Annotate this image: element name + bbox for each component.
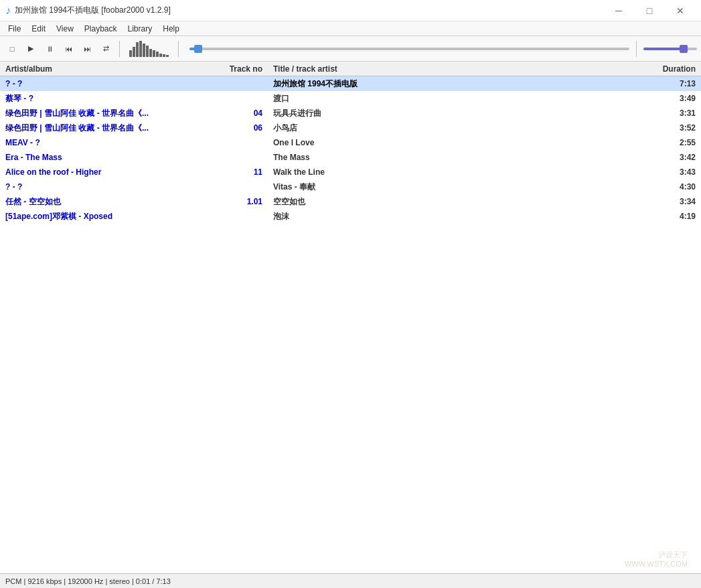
table-row[interactable]: ? - ?加州旅馆 1994不插电版7:13 bbox=[0, 76, 701, 91]
seekbar[interactable] bbox=[189, 48, 629, 50]
cell-title: 空空如也 bbox=[268, 196, 647, 208]
cell-trackno: 1.01 bbox=[214, 197, 268, 206]
spectrum-bar bbox=[149, 49, 152, 57]
cell-duration: 3:31 bbox=[647, 108, 701, 118]
playlist-container: Artist/album Track no Title / track arti… bbox=[0, 62, 701, 573]
table-row[interactable]: 绿色田野 | 雪山阿佳 收藏 - 世界名曲《...06小鸟店3:52 bbox=[0, 121, 701, 135]
app-icon: ♪ bbox=[5, 5, 11, 17]
cell-title: 玩具兵进行曲 bbox=[268, 108, 647, 119]
volume-slider[interactable] bbox=[643, 48, 697, 50]
spectrum-bar bbox=[156, 52, 159, 56]
cell-trackno: 11 bbox=[214, 167, 268, 177]
cell-title: One I Love bbox=[268, 138, 647, 147]
table-row[interactable]: MEAV - ?One I Love2:55 bbox=[0, 135, 701, 150]
title-bar: ♪ 加州旅馆 1994不插电版 [foobar2000 v1.2.9] ─ □ … bbox=[0, 0, 701, 21]
cell-duration: 2:55 bbox=[647, 138, 701, 147]
spectrum-bar bbox=[166, 55, 169, 56]
spectrum-display bbox=[129, 41, 169, 57]
menu-view[interactable]: View bbox=[51, 23, 79, 35]
cell-artist: 任然 - 空空如也 bbox=[0, 196, 214, 208]
spectrum-bar bbox=[163, 54, 165, 57]
table-row[interactable]: ? - ?Vitas - 奉献4:30 bbox=[0, 179, 701, 194]
col-header-trackno[interactable]: Track no bbox=[214, 64, 268, 74]
next-button[interactable]: ⏭ bbox=[79, 41, 95, 57]
stop-button[interactable]: □ bbox=[4, 41, 20, 57]
cell-artist: ? - ? bbox=[0, 79, 214, 88]
cell-artist: ? - ? bbox=[0, 182, 214, 192]
menu-file[interactable]: File bbox=[3, 23, 26, 35]
toolbar-sep-1 bbox=[119, 41, 120, 57]
toolbar: □ ▶ ⏸ ⏮ ⏭ ⇄ bbox=[0, 36, 701, 62]
col-header-artist[interactable]: Artist/album bbox=[0, 64, 214, 74]
play-button[interactable]: ▶ bbox=[23, 41, 39, 57]
cell-duration: 4:30 bbox=[647, 182, 701, 192]
table-row[interactable]: 绿色田野 | 雪山阿佳 收藏 - 世界名曲《...04玩具兵进行曲3:31 bbox=[0, 106, 701, 121]
menu-bar: File Edit View Playback Library Help bbox=[0, 21, 701, 36]
spectrum-bar bbox=[136, 42, 139, 57]
spectrum-bar bbox=[133, 47, 135, 56]
table-row[interactable]: [51ape.com]邓紫棋 - Xposed泡沫4:19 bbox=[0, 209, 701, 224]
cell-title: Walk the Line bbox=[268, 167, 647, 177]
col-header-duration[interactable]: Duration bbox=[647, 64, 701, 74]
menu-playback[interactable]: Playback bbox=[79, 23, 123, 35]
spectrum-bar bbox=[159, 54, 162, 57]
status-bar: PCM | 9216 kbps | 192000 Hz | stereo | 0… bbox=[0, 573, 701, 588]
cell-artist: 蔡琴 - ? bbox=[0, 93, 214, 104]
pause-button[interactable]: ⏸ bbox=[42, 41, 58, 57]
cell-duration: 4:19 bbox=[647, 212, 701, 221]
cell-title: 加州旅馆 1994不插电版 bbox=[268, 78, 647, 90]
vol-fill bbox=[643, 48, 684, 50]
spectrum-bar bbox=[153, 50, 155, 57]
cell-title: 小鸟店 bbox=[268, 123, 647, 134]
cell-duration: 3:43 bbox=[647, 167, 701, 177]
cell-trackno: 06 bbox=[214, 123, 268, 133]
cell-duration: 7:13 bbox=[647, 79, 701, 88]
prev-button[interactable]: ⏮ bbox=[60, 41, 76, 57]
cell-title: 渡口 bbox=[268, 93, 647, 104]
cell-trackno: 04 bbox=[214, 108, 268, 118]
cell-duration: 3:52 bbox=[647, 123, 701, 133]
minimize-button[interactable]: ─ bbox=[603, 0, 634, 21]
menu-edit[interactable]: Edit bbox=[26, 23, 51, 35]
cell-artist: [51ape.com]邓紫棋 - Xposed bbox=[0, 211, 214, 222]
cell-artist: 绿色田野 | 雪山阿佳 收藏 - 世界名曲《... bbox=[0, 123, 214, 134]
table-row[interactable]: Alice on the roof - Higher11Walk the Lin… bbox=[0, 165, 701, 179]
table-row[interactable]: 蔡琴 - ?渡口3:49 bbox=[0, 91, 701, 106]
spectrum-bar bbox=[139, 41, 142, 57]
playlist: ? - ?加州旅馆 1994不插电版7:13蔡琴 - ?渡口3:49绿色田野 |… bbox=[0, 76, 701, 573]
random-button[interactable]: ⇄ bbox=[98, 41, 114, 57]
cell-artist: Era - The Mass bbox=[0, 153, 214, 162]
spectrum-bar bbox=[143, 44, 145, 56]
close-button[interactable]: ✕ bbox=[665, 0, 696, 21]
cell-duration: 3:42 bbox=[647, 153, 701, 162]
window-title: 加州旅馆 1994不插电版 [foobar2000 v1.2.9] bbox=[15, 5, 171, 16]
table-row[interactable]: Era - The MassThe Mass3:42 bbox=[0, 150, 701, 165]
table-row[interactable]: 任然 - 空空如也1.01空空如也3:34 bbox=[0, 194, 701, 209]
toolbar-sep-3 bbox=[636, 41, 637, 57]
toolbar-sep-2 bbox=[178, 41, 179, 57]
menu-library[interactable]: Library bbox=[123, 23, 158, 35]
cell-artist: Alice on the roof - Higher bbox=[0, 167, 214, 177]
cell-artist: 绿色田野 | 雪山阿佳 收藏 - 世界名曲《... bbox=[0, 108, 214, 119]
cell-duration: 3:34 bbox=[647, 197, 701, 206]
cell-title: 泡沫 bbox=[268, 211, 647, 222]
title-left: ♪ 加州旅馆 1994不插电版 [foobar2000 v1.2.9] bbox=[5, 5, 171, 17]
vol-thumb[interactable] bbox=[680, 45, 688, 53]
maximize-button[interactable]: □ bbox=[634, 0, 665, 21]
column-headers: Artist/album Track no Title / track arti… bbox=[0, 62, 701, 76]
cell-artist: MEAV - ? bbox=[0, 138, 214, 147]
cell-duration: 3:49 bbox=[647, 94, 701, 103]
title-controls: ─ □ ✕ bbox=[603, 0, 696, 21]
spectrum-bar bbox=[129, 50, 132, 57]
seek-thumb[interactable] bbox=[194, 45, 202, 53]
seekbar-area bbox=[189, 41, 697, 57]
spectrum-bar bbox=[146, 46, 149, 57]
cell-title: The Mass bbox=[268, 153, 647, 162]
status-text: PCM | 9216 kbps | 192000 Hz | stereo | 0… bbox=[5, 577, 171, 585]
col-header-title[interactable]: Title / track artist bbox=[268, 64, 647, 74]
menu-help[interactable]: Help bbox=[157, 23, 185, 35]
cell-title: Vitas - 奉献 bbox=[268, 181, 647, 193]
